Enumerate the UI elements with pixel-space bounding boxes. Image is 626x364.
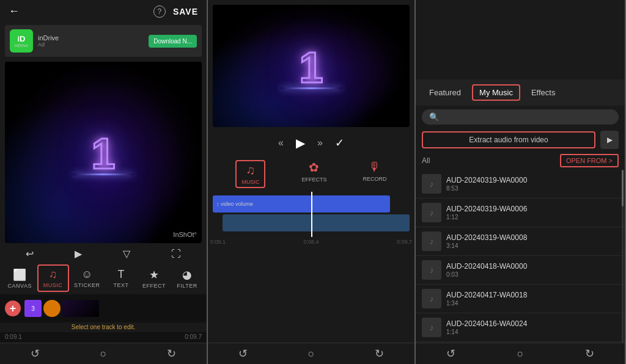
effects-icon: ✿ [309, 160, 319, 175]
audio-list-header: All OPEN FROM > [416, 151, 625, 170]
audio-thumb-3: ♪ [422, 260, 441, 280]
clip-yellow[interactable] [43, 300, 61, 317]
audio-thumb-0: ♪ [422, 174, 441, 194]
audio-info-3: AUD-20240418-WA0000 0:03 [446, 262, 619, 278]
select-track-hint: Select one track to edit. [0, 322, 207, 332]
open-from-button[interactable]: OPEN FROM > [560, 154, 619, 167]
volume-button[interactable]: ▽ [123, 248, 130, 260]
toolbar-controls: ↩ ▶ ▽ ⛶ [0, 246, 207, 262]
p2-rewind-button[interactable]: « [278, 137, 284, 148]
music-tool-record[interactable]: 🎙 RECORD [363, 160, 386, 188]
p2-tc-end: 0:09.7 [397, 239, 412, 245]
p2-tc-start: 0:08.1 [210, 239, 226, 245]
nav-home-button[interactable]: ○ [100, 348, 107, 360]
nav-bar-2: ↺ ○ ↻ [208, 343, 414, 364]
header-actions: ? SAVE [153, 5, 198, 18]
search-bar[interactable]: 🔍 [422, 109, 619, 125]
p2-timecodes: 0:08.1 0:08.4 0:09.7 [208, 237, 414, 247]
scrollbar-thumb[interactable] [622, 170, 624, 206]
audio-info-1: AUD-20240319-WA0006 1:12 [446, 205, 619, 220]
panel2-preview: 1 [213, 5, 410, 127]
tool-text[interactable]: T TEXT [105, 266, 137, 291]
fullscreen-button[interactable]: ⛶ [171, 249, 181, 260]
p2-confirm-button[interactable]: ✓ [335, 136, 344, 150]
audio-item-4[interactable]: ♪ AUD-20240417-WA0018 1:34 [416, 285, 625, 313]
nav-back-button[interactable]: ↺ [31, 347, 40, 360]
p2-play-button[interactable]: ▶ [296, 136, 305, 150]
audio-info-2: AUD-20240319-WA0008 3:14 [446, 233, 619, 249]
music-tool-effects[interactable]: ✿ EFFECTS [301, 160, 326, 188]
audio-thumb-4: ♪ [422, 289, 441, 308]
audio-item-2[interactable]: ♪ AUD-20240319-WA0008 3:14 [416, 227, 625, 256]
panel-music-editor: 1 « ▶ » ✓ ♫ MUSIC ✿ EFFECTS 🎙 RECORD ↕ v… [208, 0, 416, 364]
play-button[interactable]: ▶ [75, 248, 82, 260]
p2-timeline: ↕ video volume [208, 192, 414, 237]
audio-info-0: AUD-20240319-WA0000 8:53 [446, 176, 619, 192]
tab-featured[interactable]: Featured [423, 86, 467, 100]
ad-banner[interactable]: iD inDrive inDrive Ad Download N... [5, 25, 202, 57]
nav-bar-1: ↺ ○ ↻ [0, 343, 207, 364]
music-tools: ♫ MUSIC ✿ EFFECTS 🎙 RECORD [208, 156, 414, 192]
tab-my-music[interactable]: My Music [472, 84, 520, 101]
extract-audio-row: Extract audio from video ▶ [422, 131, 619, 149]
all-label: All [422, 156, 430, 165]
tool-sticker[interactable]: ☺ STICKER [70, 266, 104, 291]
tool-music[interactable]: ♫ MUSIC [37, 264, 69, 292]
nav3-home-button[interactable]: ○ [517, 348, 524, 360]
panel-my-music: Featured My Music Effects 🔍 Extract audi… [416, 0, 626, 364]
tool-canvas[interactable]: ⬜ CANVAS [4, 266, 36, 291]
nav2-home-button[interactable]: ○ [308, 348, 315, 360]
music-note-icon: ♫ [246, 163, 255, 177]
audio-thumb-2: ♪ [422, 231, 441, 251]
undo-button[interactable]: ↩ [26, 248, 34, 260]
video-number: 1 [92, 129, 116, 178]
nav-forward-button[interactable]: ↻ [167, 347, 176, 360]
p2-forward-button[interactable]: » [317, 137, 323, 148]
tool-filter[interactable]: ◕ FILTER [171, 266, 203, 291]
back-button[interactable]: ← [9, 5, 20, 18]
toolbar-icons: ⬜ CANVAS ♫ MUSIC ☺ STICKER T TEXT ★ EFFE… [0, 262, 207, 294]
nav2-back-button[interactable]: ↺ [238, 347, 248, 360]
ad-download-button[interactable]: Download N... [149, 35, 197, 48]
timeline-track: 3 [24, 300, 202, 317]
audio-item-5[interactable]: ♪ AUD-20240416-WA0024 1:14 [416, 313, 625, 342]
nav3-back-button[interactable]: ↺ [446, 347, 455, 360]
audio-item-0[interactable]: ♪ AUD-20240319-WA0000 8:53 [416, 170, 625, 198]
audio-item-1[interactable]: ♪ AUD-20240319-WA0006 1:12 [416, 198, 625, 227]
editor-header: ← ? SAVE [0, 0, 207, 23]
nav3-forward-button[interactable]: ↻ [585, 347, 594, 360]
audio-item-6[interactable]: ♪ AUD-20240413-WA0021 [416, 342, 625, 343]
tool-effect[interactable]: ★ EFFECT [138, 266, 170, 291]
ad-text: inDrive Ad [38, 34, 144, 48]
save-button[interactable]: SAVE [173, 7, 198, 16]
scrollbar[interactable] [622, 170, 624, 343]
nav-bar-3: ↺ ○ ↻ [416, 343, 625, 364]
clip-video[interactable] [62, 300, 99, 317]
p2-playback-controls: « ▶ » ✓ [208, 132, 414, 154]
clip-purple[interactable]: 3 [24, 300, 42, 317]
tab-effects[interactable]: Effects [525, 86, 562, 100]
video-preview: 1 InShOt° [5, 62, 202, 243]
audio-list: ♪ AUD-20240319-WA0000 8:53 ♪ AUD-2024031… [416, 170, 625, 343]
video2-number: 1 [300, 43, 323, 92]
music-icon: ♫ [49, 268, 57, 281]
p2-video-track[interactable] [223, 214, 410, 231]
extract-audio-button[interactable]: Extract audio from video [422, 131, 595, 148]
audio-info-5: AUD-20240416-WA0024 1:14 [446, 319, 619, 335]
add-clip-button[interactable]: + [5, 300, 21, 316]
p3-tabs: Featured My Music Effects [416, 79, 625, 106]
p2-audio-track[interactable]: ↕ video volume [213, 195, 390, 213]
help-button[interactable]: ? [153, 5, 166, 18]
nav2-forward-button[interactable]: ↻ [375, 347, 384, 360]
panel-editor: ← ? SAVE iD inDrive inDrive Ad Download … [0, 0, 208, 364]
audio-item-3[interactable]: ♪ AUD-20240418-WA0000 0:03 [416, 256, 625, 285]
timecode-bar: 0:09.1 0:09.7 [0, 332, 207, 343]
p2-tc-mid: 0:08.4 [303, 239, 319, 245]
extract-play-button[interactable]: ▶ [600, 131, 619, 149]
audio-info-4: AUD-20240417-WA0018 1:34 [446, 291, 619, 307]
ad-logo: iD inDrive [10, 29, 33, 53]
record-icon: 🎙 [369, 160, 381, 174]
search-input[interactable] [443, 112, 611, 122]
p2-playhead [311, 192, 312, 237]
music-tool-music[interactable]: ♫ MUSIC [235, 160, 265, 188]
